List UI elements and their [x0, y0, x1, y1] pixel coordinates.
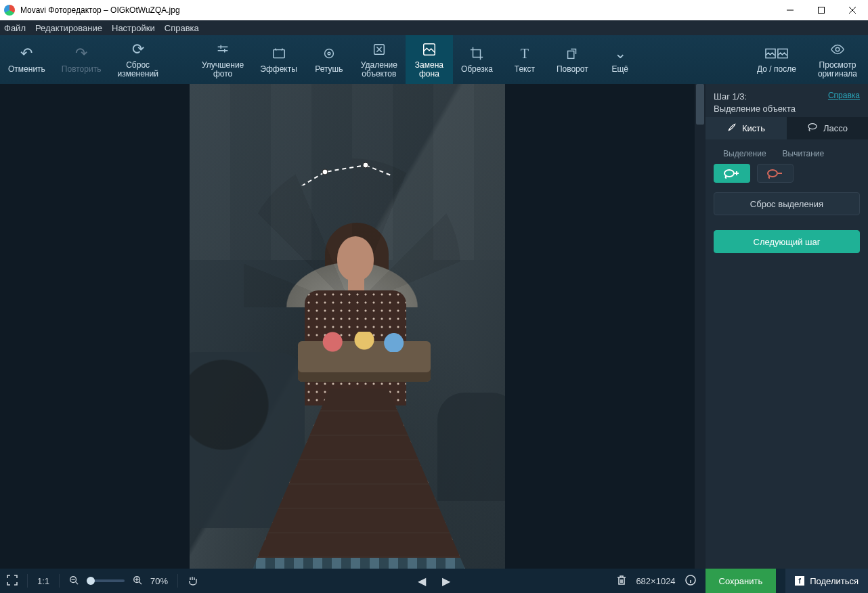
effects-icon — [272, 45, 286, 62]
maximize-button[interactable] — [806, 0, 837, 20]
step-line2: Выделение объекта — [714, 103, 796, 115]
remove-icon — [372, 41, 387, 58]
undo-icon: ↶ — [20, 45, 32, 62]
enhance-button[interactable]: Улучшение фото — [194, 35, 252, 84]
edited-image — [190, 84, 505, 569]
svg-rect-1 — [819, 7, 825, 14]
chevron-down-icon: ⌄ — [614, 45, 626, 62]
enhance-label: Улучшение фото — [202, 61, 244, 79]
text-icon: T — [521, 45, 529, 62]
tab-brush-label: Кисть — [742, 123, 765, 133]
view-original-label: Просмотр оригинала — [818, 61, 857, 79]
toolbar: ↶ Отменить ↷ Повторить ⟳ Сброс изменений… — [0, 35, 868, 84]
panel-help-link[interactable]: Справка — [828, 91, 860, 100]
undo-label: Отменить — [8, 65, 45, 74]
next-image-button[interactable]: ▶ — [442, 575, 450, 588]
zoom-out-button[interactable] — [69, 575, 79, 587]
label-select: Выделение — [723, 149, 766, 158]
window-title: Movavi Фоторедактор – OIGkOtWuZQA.jpg — [20, 5, 775, 15]
fullscreen-button[interactable] — [7, 575, 18, 588]
reset-icon: ⟳ — [132, 41, 144, 58]
svg-rect-9 — [568, 51, 574, 59]
prev-image-button[interactable]: ◀ — [418, 575, 426, 588]
app-logo-icon — [4, 5, 15, 16]
close-button[interactable] — [837, 0, 868, 20]
info-button[interactable] — [685, 575, 696, 588]
zoom-slider[interactable] — [87, 579, 125, 582]
undo-button[interactable]: ↶ Отменить — [0, 35, 53, 84]
retouch-icon — [322, 45, 337, 62]
background-replace-button[interactable]: Замена фона — [406, 35, 453, 84]
more-label: Ещё — [611, 65, 628, 74]
share-button[interactable]: f Поделиться — [785, 569, 868, 593]
zoom-value: 70% — [150, 576, 168, 586]
rotate-label: Поворот — [557, 65, 588, 74]
lasso-icon — [807, 123, 818, 134]
step-line1: Шаг 1/3: — [714, 91, 796, 103]
tab-lasso-label: Лассо — [823, 123, 848, 133]
next-step-button[interactable]: Следующий шаг — [714, 230, 860, 253]
text-button[interactable]: T Текст — [501, 35, 548, 84]
share-label: Поделиться — [810, 576, 859, 586]
redo-label: Повторить — [62, 65, 102, 74]
menu-file[interactable]: Файл — [4, 23, 26, 33]
scrollbar-thumb[interactable] — [696, 84, 704, 125]
facebook-icon: f — [795, 576, 804, 586]
svg-point-37 — [322, 169, 328, 175]
bottombar: 1:1 70% ◀ ▶ 682×1024 Сохранить f Поделит… — [0, 569, 868, 593]
eye-icon — [830, 41, 845, 58]
enhance-icon — [215, 41, 230, 58]
svg-point-6 — [328, 53, 330, 56]
svg-point-5 — [324, 49, 333, 58]
svg-point-12 — [836, 47, 840, 51]
tab-lasso[interactable]: Лассо — [787, 117, 868, 139]
rotate-icon — [565, 45, 580, 62]
pan-button[interactable] — [188, 575, 198, 588]
remove-label: Удаление объектов — [361, 61, 397, 79]
step-indicator: Шаг 1/3: Выделение объекта — [714, 91, 796, 114]
image-dimensions: 682×1024 — [636, 576, 675, 586]
lasso-selection-overlay — [190, 84, 393, 185]
actual-size-button[interactable]: 1:1 — [37, 576, 49, 586]
redo-button[interactable]: ↷ Повторить — [53, 35, 110, 84]
retouch-label: Ретушь — [315, 65, 343, 74]
brush-icon — [727, 123, 737, 134]
reset-label: Сброс изменений — [117, 61, 158, 79]
before-after-label: До / после — [757, 65, 796, 74]
effects-label: Эффекты — [260, 65, 297, 74]
menu-edit[interactable]: Редактирование — [35, 23, 102, 33]
label-subtract: Вычитание — [783, 149, 825, 158]
rotate-button[interactable]: Поворот — [548, 35, 596, 84]
selection-add-button[interactable] — [714, 164, 750, 183]
zoom-in-button[interactable] — [133, 575, 142, 587]
delete-button[interactable] — [617, 575, 626, 588]
selection-subtract-button[interactable] — [757, 164, 794, 183]
save-button[interactable]: Сохранить — [706, 569, 777, 593]
reset-button[interactable]: ⟳ Сброс изменений — [109, 35, 166, 84]
reset-selection-button[interactable]: Сброс выделения — [714, 192, 860, 215]
tab-brush[interactable]: Кисть — [706, 117, 787, 139]
svg-rect-4 — [273, 50, 284, 58]
zoom-slider-knob[interactable] — [87, 577, 95, 585]
redo-icon: ↷ — [75, 45, 87, 62]
more-button[interactable]: ⌄ Ещё — [596, 35, 644, 84]
main-area: Шаг 1/3: Выделение объекта Справка Кисть… — [0, 84, 868, 569]
compare-icon — [765, 45, 788, 62]
remove-objects-button[interactable]: Удаление объектов — [353, 35, 406, 84]
background-icon — [422, 41, 437, 58]
menubar: Файл Редактирование Настройки Справка — [0, 20, 868, 35]
bg-label: Замена фона — [415, 61, 443, 79]
before-after-button[interactable]: До / после — [746, 35, 807, 84]
crop-label: Обрезка — [461, 65, 493, 74]
view-original-button[interactable]: Просмотр оригинала — [807, 35, 868, 84]
vertical-scrollbar[interactable] — [695, 84, 706, 569]
effects-button[interactable]: Эффекты — [252, 35, 305, 84]
canvas[interactable] — [0, 84, 706, 569]
retouch-button[interactable]: Ретушь — [305, 35, 353, 84]
menu-settings[interactable]: Настройки — [112, 23, 155, 33]
text-label: Текст — [515, 65, 535, 74]
crop-button[interactable]: Обрезка — [453, 35, 501, 84]
menu-help[interactable]: Справка — [165, 23, 199, 33]
selection-tool-tabs: Кисть Лассо — [706, 117, 868, 139]
minimize-button[interactable] — [775, 0, 806, 20]
